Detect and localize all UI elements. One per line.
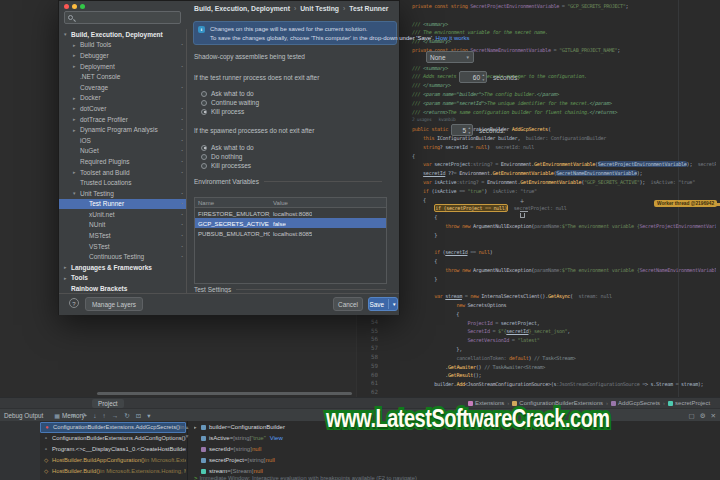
chevron-down-icon[interactable]: ▼ [392,302,396,307]
sidebar-item-dottrace-profiler[interactable]: ▸dotTrace Profiler▪ [59,114,186,125]
tree-chevron-icon[interactable]: ▸ [73,169,80,175]
sidebar-item-dynamic-program-analysis[interactable]: ▸Dynamic Program Analysis▪ [59,124,186,135]
zoom-window-icon[interactable] [80,4,85,9]
sidebar-item-coverage[interactable]: Coverage▪ [59,82,186,93]
stepper-icons[interactable]: ▲▼ [482,73,485,82]
stack-frame-row[interactable]: ◇WebApplicationFactory<Startup>.CreateHo… [40,476,186,480]
env-var-row[interactable]: GCP_SECRETS_ACTIVEfalse [195,218,386,228]
sidebar-item-nunit[interactable]: NUnit▪ [59,220,186,231]
radio-icon[interactable] [201,163,207,169]
env-var-row[interactable]: FIRESTORE_EMULATOR_HOSTlocalhost:8080 [195,208,386,218]
expander-icon[interactable]: ▸ [194,424,201,430]
sidebar-item--net-console[interactable]: .NET Console [59,71,186,82]
stack-frame-row[interactable]: ●ConfigurationBuilderExtensions.AddGcpSe… [40,422,186,433]
breadcrumb-item[interactable]: Test Runner [349,5,388,12]
radio-icon[interactable] [201,100,207,106]
sidebar-item-deployment[interactable]: ▸Deployment▪ [59,61,186,72]
sidebar-item-xunit-net[interactable]: xUnit.net▪ [59,209,186,220]
tree-chevron-icon[interactable]: ▸ [73,42,80,48]
tree-chevron-icon[interactable]: ▸ [73,52,80,58]
tree-chevron-icon[interactable]: ▸ [73,95,80,101]
sidebar-item-build-tools[interactable]: ▸Build Tools▪ [59,40,186,51]
sidebar-item-vstest[interactable]: VSTest▪ [59,241,186,252]
stack-frame-row[interactable]: ▫ConfigurationBuilderExtensions.AddConfi… [40,433,186,444]
radio-option[interactable]: Ask what to do [201,89,259,98]
sidebar-item-toolset-and-build[interactable]: ▸Toolset and Build▪ [59,167,186,178]
tree-chevron-icon[interactable]: ▸ [73,116,80,122]
breadcrumb-item[interactable]: Build, Execution, Deployment [194,5,290,12]
tree-chevron-icon[interactable]: ▸ [73,105,80,111]
step-over-icon[interactable]: ↷ [82,412,87,420]
variable-row[interactable]: secretId = [string] null [194,444,624,455]
close-window-icon[interactable] [64,4,69,9]
sidebar-item-tools[interactable]: ▸Tools [59,273,186,284]
radio-option[interactable]: Ask what to do [201,143,254,152]
scrollbar-thumb[interactable] [97,392,352,395]
step-out-icon[interactable]: ↑ [103,412,106,419]
env-variables-table[interactable]: Name Value FIRESTORE_EMULATOR_HOSTlocalh… [194,197,387,284]
radio-option[interactable]: Continue waiting [201,98,259,107]
delete-variable-icon[interactable] [520,213,525,218]
radio-icon[interactable] [201,145,207,151]
tree-chevron-icon[interactable]: ▸ [73,63,80,69]
sidebar-item-rainbow-brackets[interactable]: Rainbow Brackets [59,283,186,293]
tree-chevron-icon[interactable]: ▾ [64,31,71,37]
stepper-icons[interactable]: ▲▼ [468,126,471,135]
settings-tree[interactable]: ▾Build, Execution, Deployment▸Build Tool… [59,29,187,293]
radio-icon[interactable] [201,91,207,97]
radio-option[interactable]: Kill processes [201,161,254,170]
add-variable-icon[interactable]: + [520,198,524,205]
settings-icon[interactable]: ⚙ [700,412,706,420]
sidebar-item-languages-frameworks[interactable]: ▸Languages & Frameworks [59,262,186,273]
save-button[interactable]: Save▼ [368,297,398,311]
sidebar-item-debugger[interactable]: ▸Debugger [59,50,186,61]
variable-row[interactable]: isActive = [string] "true"View [194,433,624,444]
error-stripe[interactable] [716,0,720,397]
breadcrumb-item[interactable]: AddGcpSecrets [611,400,660,406]
sidebar-item-unit-testing[interactable]: ▾Unit Testing▪ [59,188,186,199]
sidebar-item-trusted-locations[interactable]: Trusted Locations [59,177,186,188]
pane-scroll-arrows[interactable]: ▲▼ [183,423,191,441]
horizontal-scrollbar[interactable] [58,392,356,396]
view-options-icon[interactable]: ▾ [147,412,150,420]
spawned-timeout-input[interactable]: 5▲▼ [451,124,473,136]
show-execution-point-icon[interactable]: ≡ [72,412,76,419]
run-to-cursor-icon[interactable]: → [112,412,119,419]
runner-timeout-input[interactable]: 60▲▼ [459,71,487,83]
how-it-works-link[interactable]: How it works [436,35,470,41]
restart-icon[interactable]: ↻ [124,412,129,420]
debug-output-tab[interactable]: Debug Output [2,412,45,419]
sidebar-item-ios[interactable]: iOS▪ [59,135,186,146]
sidebar-item-test-runner[interactable]: Test Runner▪ [59,199,186,210]
cancel-button[interactable]: Cancel [333,297,363,311]
sidebar-item-build-execution-deployment[interactable]: ▾Build, Execution, Deployment [59,29,186,40]
settings-search-input[interactable] [64,11,181,24]
env-var-row[interactable]: PUBSUB_EMULATOR_HOSTlocalhost:8085 [195,228,386,238]
stack-frame-row[interactable]: ▫Program.<>c__DisplayClass1_0.<CreateHos… [40,444,186,455]
radio-option[interactable]: Kill process [201,107,259,116]
sidebar-item-mstest[interactable]: MSTest▪ [59,230,186,241]
tree-chevron-icon[interactable]: ▸ [64,264,71,270]
sidebar-item-docker[interactable]: ▸Docker [59,93,186,104]
sidebar-item-required-plugins[interactable]: Required Plugins▪ [59,156,186,167]
minimize-window-icon[interactable] [72,4,77,9]
shadow-copy-select[interactable]: None▼ [426,51,474,63]
mute-breakpoints-icon[interactable]: ⊡ [136,412,141,420]
breadcrumb-item[interactable]: Unit Testing [300,5,339,12]
hide-icon[interactable]: ▢ [689,412,695,420]
close-icon[interactable]: ✕ [711,412,716,420]
radio-option[interactable]: Do nothing [201,152,254,161]
breadcrumb-item[interactable]: secretProject [668,400,710,406]
stack-frames-list[interactable]: ●ConfigurationBuilderExtensions.AddGcpSe… [40,422,186,480]
stack-frame-row[interactable]: ◇HostBuilder.BuildAppConfiguration() in … [40,455,186,466]
project-toolwindow-button[interactable]: Project [92,399,124,408]
help-icon[interactable]: ? [69,298,79,308]
sidebar-item-nuget[interactable]: NuGet▪ [59,146,186,157]
tree-chevron-icon[interactable]: ▾ [73,190,80,196]
step-into-icon[interactable]: ↓ [93,412,96,419]
manage-layers-button[interactable]: Manage Layers [85,297,143,311]
view-link[interactable]: View [270,435,283,441]
radio-icon[interactable] [201,154,207,160]
variable-row[interactable]: secretProject = [string] null [194,455,624,466]
tree-chevron-icon[interactable]: ▸ [73,127,80,133]
